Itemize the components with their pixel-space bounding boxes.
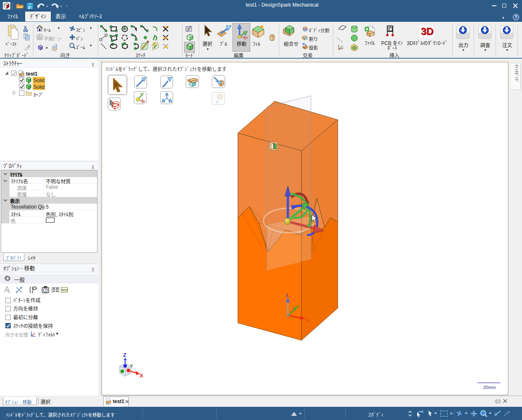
svg-text:y: y — [297, 304, 299, 308]
svg-text:X X: X X — [53, 287, 59, 290]
svg-text:Y: Y — [130, 363, 133, 368]
svg-text:?: ? — [515, 15, 517, 19]
svg-text:20mm: 20mm — [483, 385, 496, 390]
svg-text:z: z — [286, 292, 288, 297]
svg-text:XYZ: XYZ — [62, 288, 68, 292]
svg-text:Z: Z — [123, 352, 126, 358]
svg-text:X: X — [140, 373, 143, 379]
svg-text:x: x — [307, 318, 310, 323]
